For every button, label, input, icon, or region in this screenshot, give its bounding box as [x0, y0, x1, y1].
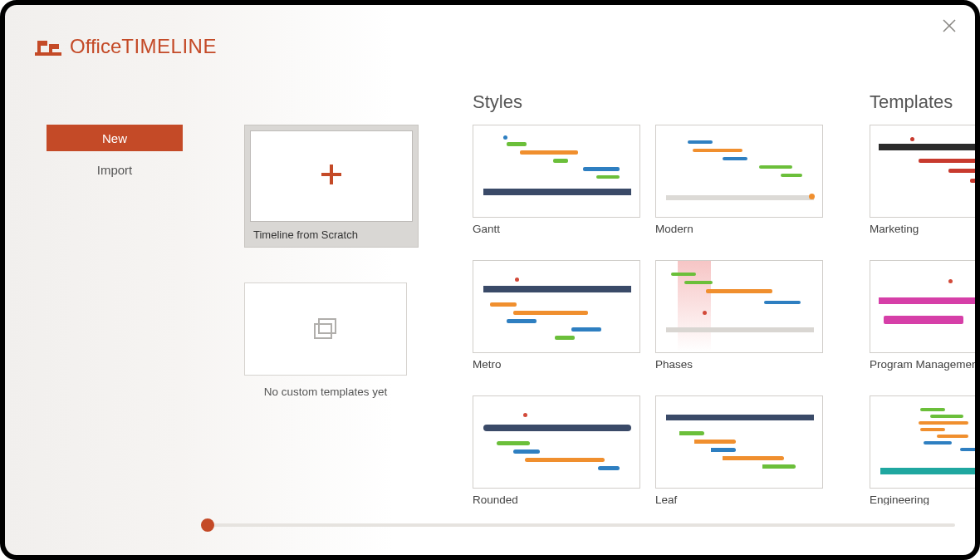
app-window: OfficeTIMELINE New Import Timeline from … — [0, 0, 980, 560]
style-card-modern[interactable]: Modern — [655, 125, 823, 235]
styles-grid: Gantt Modern — [473, 125, 838, 505]
app-logo: OfficeTIMELINE — [35, 35, 217, 58]
logo-text: OfficeTIMELINE — [70, 35, 217, 58]
template-thumb-marketing — [870, 125, 975, 218]
plus-icon — [318, 161, 345, 191]
template-card-engineering[interactable]: Engineering — [870, 395, 975, 505]
style-card-rounded[interactable]: Rounded — [473, 395, 640, 505]
style-thumb-metro — [473, 260, 640, 353]
style-thumb-phases — [655, 260, 823, 353]
style-label: Modern — [655, 223, 823, 235]
styles-column: Styles Gantt — [473, 91, 838, 505]
horizontal-scrollbar[interactable] — [204, 523, 955, 527]
left-nav: New Import — [47, 125, 183, 183]
svg-rect-5 — [315, 324, 331, 338]
style-card-phases[interactable]: Phases — [655, 260, 823, 371]
style-label: Metro — [473, 358, 640, 371]
nav-import[interactable]: Import — [47, 156, 183, 183]
templates-title: Templates — [870, 91, 975, 113]
templates-column: Templates Marketing — [870, 91, 975, 505]
content-area: Timeline from Scratch No custom template… — [244, 91, 975, 505]
template-card-program-management[interactable]: Program Management — [870, 260, 975, 371]
style-thumb-modern — [655, 125, 823, 218]
styles-title: Styles — [473, 91, 838, 113]
template-card-marketing[interactable]: Marketing — [870, 125, 975, 235]
close-icon — [942, 18, 957, 33]
scratch-preview — [250, 130, 413, 222]
template-label: Marketing — [870, 223, 975, 235]
templates-grid: Marketing Program Management — [870, 125, 975, 505]
style-label: Phases — [655, 358, 823, 371]
style-thumb-rounded — [473, 395, 640, 489]
close-button[interactable] — [942, 18, 957, 33]
style-card-metro[interactable]: Metro — [473, 260, 640, 371]
template-thumb-engineering — [870, 395, 975, 489]
scratch-column: Timeline from Scratch No custom template… — [244, 125, 419, 398]
template-label: Program Management — [870, 358, 975, 371]
style-card-leaf[interactable]: Leaf — [655, 395, 823, 505]
template-label: Engineering — [870, 494, 975, 505]
custom-templates-empty-label: No custom templates yet — [244, 386, 407, 398]
style-label: Leaf — [655, 494, 823, 505]
scratch-label: Timeline from Scratch — [250, 228, 358, 241]
nav-new[interactable]: New — [47, 125, 183, 151]
svg-rect-4 — [319, 319, 336, 333]
stack-icon — [311, 317, 340, 341]
timeline-from-scratch-card[interactable]: Timeline from Scratch — [244, 125, 419, 248]
style-label: Gantt — [473, 223, 640, 235]
style-label: Rounded — [473, 494, 640, 505]
style-thumb-gantt — [473, 125, 640, 218]
template-thumb-pm — [870, 260, 975, 353]
style-thumb-leaf — [655, 395, 823, 489]
scrollbar-thumb[interactable] — [201, 518, 214, 532]
style-card-gantt[interactable]: Gantt — [473, 125, 640, 235]
custom-templates-empty — [244, 282, 407, 376]
logo-icon — [35, 37, 61, 56]
